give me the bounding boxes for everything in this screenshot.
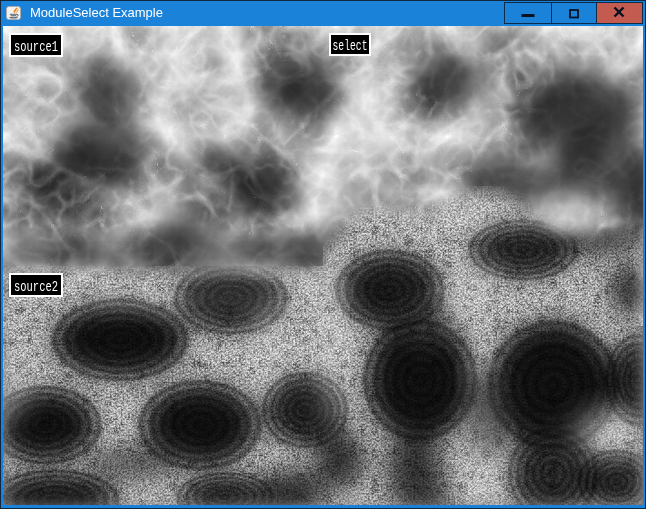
svg-text:select: select xyxy=(333,38,368,54)
svg-text:source2: source2 xyxy=(14,279,58,296)
svg-text:source1: source1 xyxy=(14,39,58,56)
